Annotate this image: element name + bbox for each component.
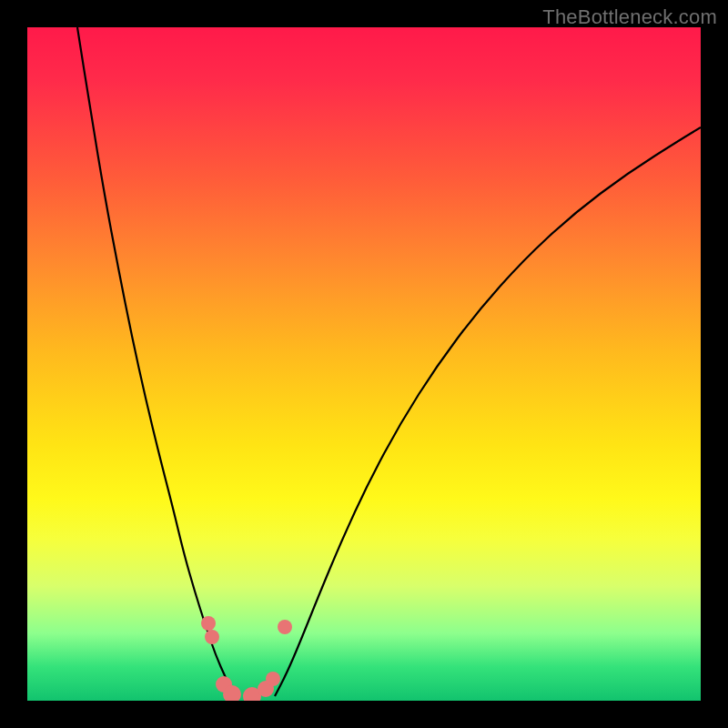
left-curve [77,27,235,696]
right-curve [275,127,701,696]
plot-area [27,27,701,701]
data-marker [205,630,219,644]
data-marker [278,620,292,634]
watermark: TheBottleneck.com [542,5,717,29]
chart-frame: TheBottleneck.com [0,0,728,728]
data-marker [201,616,216,631]
data-marker [266,672,280,686]
curves-layer [27,27,701,701]
